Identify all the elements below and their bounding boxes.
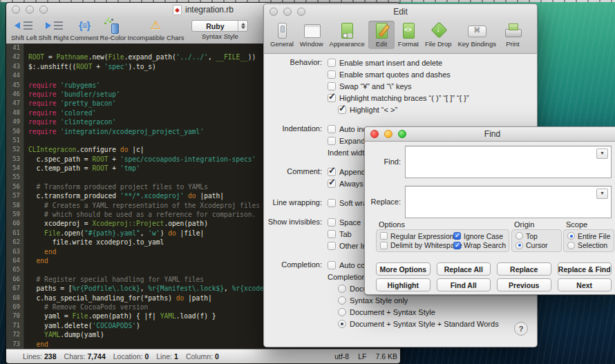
prefs-radio-document-syntax-style[interactable]: Document + Syntax Style [338, 306, 537, 318]
checkbox-icon[interactable] [380, 232, 388, 240]
checkbox-icon[interactable] [328, 70, 336, 79]
radio-icon[interactable] [338, 285, 346, 293]
line-number: 45 [6, 81, 24, 90]
minimize-button[interactable] [26, 6, 34, 14]
edit-icon [371, 21, 392, 40]
help-button[interactable]: ? [514, 322, 528, 336]
checkbox-icon[interactable] [338, 106, 346, 114]
radio-icon[interactable] [567, 232, 575, 240]
highlight-button[interactable]: Highlight [376, 278, 430, 291]
toolbar-item-re-color[interactable]: Re-Color [100, 19, 126, 41]
checkbox-icon[interactable] [328, 137, 336, 145]
prefs-titlebar[interactable]: Edit [264, 4, 537, 19]
line-number: 48 [6, 108, 24, 117]
replace-button[interactable]: Replace [497, 262, 551, 276]
minimize-button[interactable] [283, 8, 292, 16]
find-window: Find Find: ▼ Replace: ▼ OptionsRegular E… [364, 126, 615, 295]
line-number: 53 [6, 155, 24, 164]
prefs-checkbox-swap-and-keys[interactable]: Swap “¥” and “\” keys [328, 80, 537, 92]
replace-find-button[interactable]: Replace & Find [558, 262, 612, 276]
minimize-button[interactable] [384, 130, 392, 138]
radio-icon[interactable] [338, 320, 346, 328]
radio-icon[interactable] [338, 296, 346, 305]
prefs-checkbox-enable-smart-quotes-and-dashes[interactable]: Enable smart quotes and dashes [328, 68, 537, 80]
checkbox-icon[interactable] [328, 168, 336, 176]
find-option-top[interactable]: Top [515, 232, 558, 240]
option-text: Enable smart insert and delete [339, 59, 442, 67]
prefs-tab-print[interactable]: Print [500, 21, 526, 49]
find-input[interactable]: ▼ [405, 146, 612, 178]
toolbar-item-comment[interactable]: Comment [70, 19, 98, 41]
toolbar-item-shift-right[interactable]: Shift Right [39, 19, 69, 41]
close-button[interactable] [12, 6, 20, 14]
recolor-icon [102, 19, 125, 33]
radio-icon[interactable] [338, 308, 346, 316]
find-title: Find [484, 129, 500, 139]
replace-all-button[interactable]: Replace All [437, 262, 491, 276]
toolbar-item-incompatible-chars[interactable]: Incompatible Chars [128, 19, 184, 41]
find-option-delimit-by-whitespace[interactable]: Delimit by Whitespace [380, 241, 453, 249]
line-number: 70 [6, 312, 24, 320]
prefs-checkbox-highlight-matching-braces[interactable]: Highlight matching braces “( )” “[ ]” “{… [328, 92, 537, 104]
checkbox-icon[interactable] [328, 261, 336, 269]
find-option-regular-expressions[interactable]: Regular Expressions [380, 232, 453, 240]
checkbox-icon[interactable] [328, 218, 336, 227]
prefs-tab-format[interactable]: Format [395, 21, 422, 49]
checkbox-icon[interactable] [328, 94, 336, 102]
more-options-button[interactable]: More Options [376, 262, 430, 276]
zoom-button[interactable] [398, 130, 406, 138]
prefs-tab-file-drop[interactable]: File Drop [422, 21, 455, 49]
close-button[interactable] [370, 130, 379, 138]
replace-input[interactable]: ▼ [405, 186, 612, 218]
line-number: 47 [6, 99, 24, 108]
toolbar-item-shift-left[interactable]: Shift Left [11, 19, 37, 41]
prefs-checkbox-highlight[interactable]: Highlight “< >” [338, 104, 537, 115]
prefs-tab-general[interactable]: General [267, 21, 296, 49]
checkbox-icon[interactable] [328, 199, 336, 207]
find-titlebar[interactable]: Find [365, 127, 615, 142]
checkbox-icon[interactable] [328, 59, 336, 67]
checkbox-icon[interactable] [328, 242, 336, 250]
find-option-ignore-case[interactable]: Ignore Case [453, 232, 506, 240]
next-button[interactable]: Next [558, 278, 612, 291]
find-option-wrap-search[interactable]: Wrap Search [453, 241, 506, 249]
prefs-tab-key-bindings[interactable]: Key Bindings [455, 21, 498, 49]
prefs-toolbar: GeneralWindowAppearanceEditFormatFile Dr… [264, 19, 537, 54]
zoom-button[interactable] [297, 8, 305, 16]
checkbox-icon[interactable] [328, 180, 336, 188]
status-value: 1 [174, 352, 178, 361]
syntax-style-popup[interactable]: Ruby [191, 20, 248, 32]
option-text: Tab [339, 230, 352, 238]
find-option-selection[interactable]: Selection [567, 241, 610, 249]
radio-icon[interactable] [515, 232, 523, 240]
zoom-button[interactable] [39, 6, 48, 14]
prefs-tab-label: Appearance [330, 40, 365, 48]
checkbox-icon[interactable] [328, 82, 336, 90]
prefs-checkbox-enable-smart-insert-and-delete[interactable]: Enable smart insert and delete [328, 57, 537, 68]
radio-icon[interactable] [567, 242, 575, 249]
checkbox-icon[interactable] [453, 232, 461, 240]
chevron-down-icon[interactable]: ▼ [596, 189, 608, 199]
checkbox-icon[interactable] [453, 242, 461, 249]
option-text: Indent width [328, 149, 368, 157]
find-all-button[interactable]: Find All [437, 278, 491, 291]
prefs-radio-syntax-style-only[interactable]: Syntax Style only [338, 294, 537, 306]
find-option-entire-file[interactable]: Entire File [567, 232, 610, 240]
checkbox-icon[interactable] [328, 125, 336, 133]
prefs-tab-window[interactable]: Window [297, 21, 326, 49]
shift-right-icon [41, 19, 65, 33]
prefs-tab-appearance[interactable]: Appearance [327, 21, 368, 49]
option-text: Top [526, 232, 538, 240]
close-button[interactable] [269, 8, 278, 16]
prefs-radio-document-syntax-style-standard-words[interactable]: Document + Syntax Style + Standard Words [338, 318, 537, 329]
chevron-down-icon[interactable]: ▼ [596, 149, 608, 159]
line-number: 73 [6, 340, 24, 349]
ruby-file-icon: ◆ [173, 5, 182, 15]
checkbox-icon[interactable] [380, 242, 388, 249]
find-option-cursor[interactable]: Cursor [515, 241, 558, 249]
checkbox-icon[interactable] [328, 230, 336, 238]
radio-icon[interactable] [515, 242, 523, 249]
prefs-tab-edit[interactable]: Edit [368, 21, 395, 49]
line-number: 59 [6, 210, 24, 219]
previous-button[interactable]: Previous [497, 278, 551, 291]
